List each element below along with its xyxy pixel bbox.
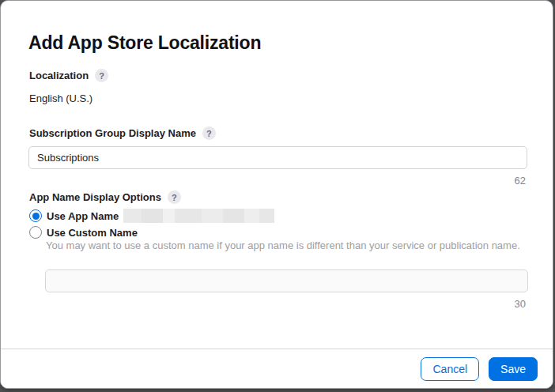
help-icon[interactable]: ?: [95, 69, 108, 82]
use-app-name-label: Use App Name: [47, 210, 119, 222]
help-icon[interactable]: ?: [168, 190, 181, 204]
save-button[interactable]: Save: [489, 357, 538, 381]
localization-label-row: Localization ?: [29, 69, 108, 82]
custom-name-input[interactable]: [45, 270, 528, 292]
cancel-button[interactable]: Cancel: [421, 357, 479, 381]
help-icon[interactable]: ?: [202, 126, 216, 140]
subscription-group-label-row: Subscription Group Display Name ?: [29, 126, 216, 140]
redacted-app-name: [123, 209, 274, 223]
radio-selected-icon[interactable]: [29, 209, 42, 222]
custom-name-helper-text: You may want to use a custom name if you…: [46, 239, 520, 254]
use-custom-name-label: Use Custom Name: [47, 227, 138, 239]
subscription-group-input[interactable]: [28, 146, 527, 169]
app-name-options-label-row: App Name Display Options ?: [29, 190, 181, 204]
localization-value: English (U.S.): [29, 92, 92, 104]
radio-unselected-icon[interactable]: [29, 226, 42, 239]
app-name-options-label: App Name Display Options: [29, 191, 161, 203]
page-title: Add App Store Localization: [28, 32, 261, 54]
use-app-name-option[interactable]: Use App Name: [29, 209, 274, 223]
char-counter: 62: [515, 175, 526, 187]
use-custom-name-option[interactable]: Use Custom Name: [29, 225, 138, 239]
localization-label: Localization: [29, 70, 89, 81]
subscription-group-label: Subscription Group Display Name: [29, 127, 196, 139]
add-app-store-localization-dialog: Add App Store Localization Localization …: [0, 0, 553, 389]
dialog-footer: Cancel Save: [1, 349, 553, 388]
char-counter: 30: [515, 298, 526, 310]
